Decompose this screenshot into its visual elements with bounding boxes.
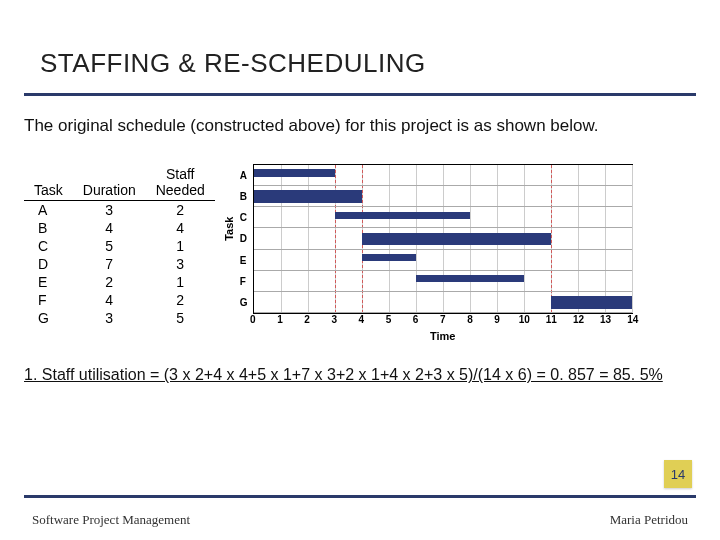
table-row: G35 <box>24 309 215 327</box>
gantt-x-tick: 0 <box>250 314 256 325</box>
table-row: C51 <box>24 237 215 255</box>
gantt-row-label: E <box>240 254 247 265</box>
table-cell: F <box>24 291 73 309</box>
table-cell: 4 <box>73 219 146 237</box>
gantt-bar <box>551 296 632 309</box>
table-cell: G <box>24 309 73 327</box>
task-table: Task Duration StaffNeeded A32B44C51D73E2… <box>24 164 215 327</box>
gantt-chart: Task ABCDEFG 01234567891011121314 Time <box>235 164 633 342</box>
col-task: Task <box>24 164 73 201</box>
table-row: D73 <box>24 255 215 273</box>
gantt-x-tick: 7 <box>440 314 446 325</box>
gantt-x-tick: 5 <box>386 314 392 325</box>
gantt-x-tick: 11 <box>546 314 557 325</box>
table-cell: C <box>24 237 73 255</box>
gantt-row-label: D <box>240 233 247 244</box>
gantt-x-tick: 14 <box>627 314 638 325</box>
table-cell: B <box>24 219 73 237</box>
gantt-xlabel: Time <box>253 330 633 342</box>
table-cell: 1 <box>146 237 215 255</box>
table-cell: 1 <box>146 273 215 291</box>
table-cell: 5 <box>146 309 215 327</box>
slide: STAFFING & RE-SCHEDULING The original sc… <box>0 0 720 540</box>
table-cell: 2 <box>146 201 215 220</box>
gantt-x-tick: 10 <box>519 314 530 325</box>
subtitle-text: The original schedule (constructed above… <box>0 96 720 136</box>
gantt-row-label: C <box>240 212 247 223</box>
footer: Software Project Management Maria Petrid… <box>0 512 720 528</box>
table-row: B44 <box>24 219 215 237</box>
gantt-x-ticks: 01234567891011121314 <box>253 314 633 328</box>
gantt-bar <box>335 212 470 219</box>
footer-right: Maria Petridou <box>610 512 688 528</box>
table-row: E21 <box>24 273 215 291</box>
table-cell: 3 <box>73 309 146 327</box>
slide-title: STAFFING & RE-SCHEDULING <box>40 48 680 79</box>
gantt-x-tick: 4 <box>359 314 365 325</box>
table-cell: E <box>24 273 73 291</box>
gantt-ylabel: Task <box>223 217 235 241</box>
table-cell: 2 <box>73 273 146 291</box>
table-cell: D <box>24 255 73 273</box>
gantt-x-tick: 12 <box>573 314 584 325</box>
table-row: A32 <box>24 201 215 220</box>
gantt-row: E <box>254 250 632 271</box>
col-staff: StaffNeeded <box>146 164 215 201</box>
table-cell: 3 <box>73 201 146 220</box>
gantt-x-tick: 3 <box>331 314 337 325</box>
content-row: Task Duration StaffNeeded A32B44C51D73E2… <box>0 136 720 342</box>
staff-utilisation-line: 1. Staff utilisation = (3 x 2+4 x 4+5 x … <box>0 342 720 384</box>
footer-left: Software Project Management <box>32 512 190 528</box>
gantt-bar <box>416 275 524 282</box>
gantt-plot-area: ABCDEFG <box>253 164 633 314</box>
gantt-bar <box>362 254 416 261</box>
gantt-x-tick: 2 <box>304 314 310 325</box>
table-cell: 5 <box>73 237 146 255</box>
gantt-row-label: A <box>240 170 247 181</box>
gantt-bar <box>254 169 335 176</box>
table-cell: 4 <box>73 291 146 309</box>
gantt-row-label: F <box>240 275 246 286</box>
page-number-badge: 14 <box>664 460 692 488</box>
table-cell: 4 <box>146 219 215 237</box>
col-duration: Duration <box>73 164 146 201</box>
footer-rule <box>24 495 696 498</box>
gantt-row-label: G <box>240 296 248 307</box>
gantt-x-tick: 1 <box>277 314 283 325</box>
gantt-x-tick: 8 <box>467 314 473 325</box>
table-cell: A <box>24 201 73 220</box>
table-row: F42 <box>24 291 215 309</box>
gantt-x-tick: 9 <box>494 314 500 325</box>
title-area: STAFFING & RE-SCHEDULING <box>0 0 720 87</box>
gantt-bar <box>254 190 362 203</box>
gantt-row-label: B <box>240 191 247 202</box>
table-cell: 2 <box>146 291 215 309</box>
table-cell: 7 <box>73 255 146 273</box>
gantt-bar <box>362 233 551 246</box>
gantt-x-tick: 6 <box>413 314 419 325</box>
gantt-x-tick: 13 <box>600 314 611 325</box>
table-cell: 3 <box>146 255 215 273</box>
